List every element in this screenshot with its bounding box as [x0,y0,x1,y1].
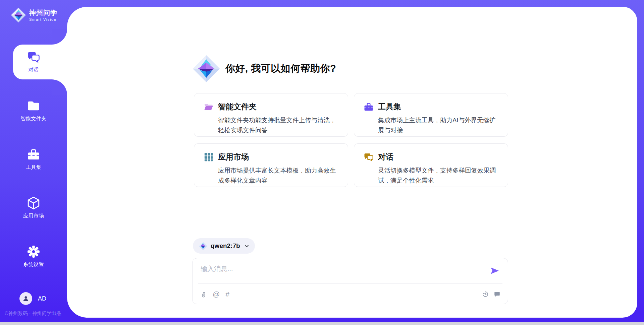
chat-icon [27,50,40,64]
card-description: 集成市场上主流工具，助力AI与外界无缝扩展与对接 [378,115,501,135]
assistant-logo-icon [192,55,220,83]
sidebar: 神州问学 Smart Vision 对话 智能文件夹 工具集 [0,0,67,322]
hashtag-button[interactable]: # [225,290,229,298]
model-selector[interactable]: qwen2:7b [193,238,255,254]
brand: 神州问学 Smart Vision [11,7,57,23]
main-panel: 你好, 我可以如何帮助你? 智能文件夹 智能文件夹功能支持批量文件上传与清洗，轻… [67,7,637,318]
card-description: 智能文件夹功能支持批量文件上传与清洗，轻松实现文件问答 [218,115,341,135]
model-name: qwen2:7b [211,242,240,250]
briefcase-icon [364,102,374,112]
sidebar-item-app-market[interactable]: 应用市场 [0,196,67,219]
sidebar-item-settings[interactable]: 系统设置 [0,245,67,268]
card-title: 应用市场 [218,152,249,162]
greeting: 你好, 我可以如何帮助你? [192,55,336,83]
paperclip-icon [200,291,207,298]
sidebar-item-smart-folder[interactable]: 智能文件夹 [0,99,67,122]
card-description: 应用市场提供丰富长文本模板，助力高效生成多样化文章内容 [218,166,341,186]
user-initials: AD [38,295,46,302]
card-header: 工具集 [364,102,501,112]
avatar [19,292,32,305]
footer-credit: ©神州数码 · 神州问学出品 [5,310,61,317]
card-title: 对话 [378,152,393,162]
chat-bubble-icon [494,291,500,298]
folder-icon [27,99,40,113]
person-icon [22,295,30,302]
brand-text: 神州问学 Smart Vision [29,9,57,21]
cube-icon [26,196,41,210]
gear-icon [27,245,40,258]
message-composer: @ # [192,258,508,304]
chevron-down-icon [244,244,249,249]
card-chat[interactable]: 对话 灵活切换多模型文件，支持多样回复效果调试，满足个性化需求 [354,143,508,187]
history-button[interactable] [482,290,489,298]
app-grid-icon [204,152,214,162]
feature-cards: 智能文件夹 智能文件夹功能支持批量文件上传与清洗，轻松实现文件问答 工具集 集成… [194,93,508,187]
brand-name: 神州问学 [29,9,57,17]
card-header: 对话 [364,152,501,162]
card-title: 工具集 [378,102,401,112]
message-input[interactable] [201,264,486,281]
sidebar-item-chat[interactable]: 对话 [0,50,67,73]
composer-toolbar: @ # [193,284,508,305]
brand-logo-icon [11,7,26,23]
chat-bubbles-icon [364,152,374,162]
card-description: 灵活切换多模型文件，支持多样回复效果调试，满足个性化需求 [378,166,501,186]
sidebar-item-label: 对话 [29,67,39,73]
attach-button[interactable] [200,290,207,298]
briefcase-icon [27,148,40,161]
composer-tools-right [482,290,500,298]
sidebar-item-toolset[interactable]: 工具集 [0,148,67,171]
card-title: 智能文件夹 [218,102,257,112]
sidebar-item-label: 应用市场 [23,213,44,219]
composer-tools-left: @ # [200,290,229,298]
active-notch-bottom [52,79,67,95]
active-notch-top [52,29,67,45]
mention-button[interactable]: @ [213,290,220,298]
history-icon [482,291,489,298]
card-app-market[interactable]: 应用市场 应用市场提供丰富长文本模板，助力高效生成多样化文章内容 [194,143,348,187]
send-icon [490,266,500,276]
app-background: 神州问学 Smart Vision 对话 智能文件夹 工具集 [0,0,644,325]
brand-subtitle: Smart Vision [29,17,57,21]
folder-open-icon [204,102,214,112]
feedback-button[interactable] [494,290,500,298]
sidebar-item-label: 系统设置 [23,261,44,268]
card-toolset[interactable]: 工具集 集成市场上主流工具，助力AI与外界无缝扩展与对接 [354,93,508,137]
sidebar-item-label: 智能文件夹 [20,116,47,122]
send-button[interactable] [490,266,500,276]
card-header: 应用市场 [204,152,341,162]
card-header: 智能文件夹 [204,102,341,112]
sidebar-item-label: 工具集 [26,164,42,171]
user-profile[interactable]: AD [19,292,46,305]
taskbar-sliver [0,322,644,325]
greeting-title: 你好, 我可以如何帮助你? [225,62,336,75]
model-logo-icon [199,242,207,250]
card-smart-folder[interactable]: 智能文件夹 智能文件夹功能支持批量文件上传与清洗，轻松实现文件问答 [194,93,348,137]
